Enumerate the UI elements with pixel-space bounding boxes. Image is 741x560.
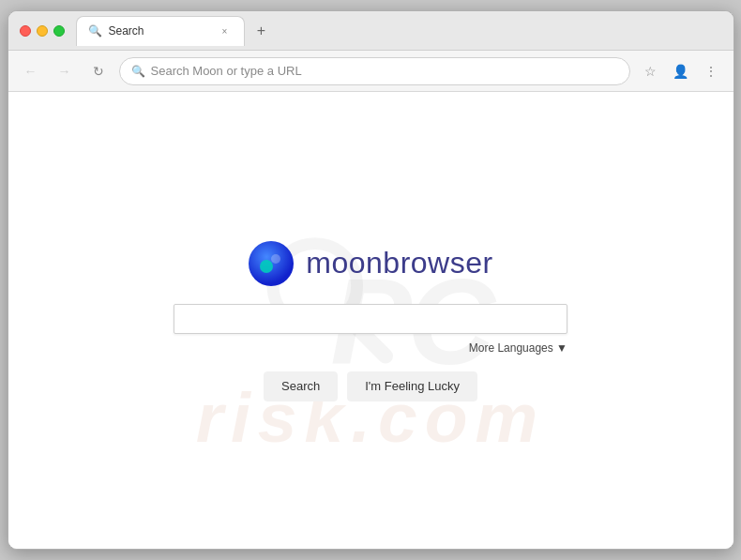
bookmark-button[interactable]: ☆ (638, 58, 664, 84)
logo-area: moonbrowser (248, 240, 492, 287)
close-traffic-light[interactable] (20, 25, 31, 37)
search-buttons: Search I'm Feeling Lucky (264, 371, 477, 401)
new-tab-button[interactable]: + (249, 18, 275, 44)
search-container: moonbrowser More Languages ▼ Search I'm … (174, 240, 567, 401)
menu-icon: ⋮ (704, 64, 718, 79)
profile-button[interactable]: 👤 (668, 58, 694, 84)
more-languages-link[interactable]: More Languages ▼ (469, 341, 567, 355)
address-bar[interactable]: 🔍 Search Moon or type a URL (119, 57, 630, 85)
svg-point-3 (260, 260, 273, 273)
menu-button[interactable]: ⋮ (698, 58, 724, 84)
profile-icon: 👤 (673, 64, 688, 79)
nav-bar: ← → ↻ 🔍 Search Moon or type a URL ☆ 👤 ⋮ (8, 51, 733, 92)
reload-button[interactable]: ↻ (85, 58, 112, 84)
address-input: Search Moon or type a URL (151, 64, 618, 78)
browser-window: 🔍 Search × + ← → ↻ 🔍 Search Moon or type… (8, 10, 734, 550)
forward-icon: → (58, 64, 71, 79)
minimize-traffic-light[interactable] (37, 25, 48, 37)
maximize-traffic-light[interactable] (53, 25, 65, 37)
svg-point-4 (271, 254, 280, 264)
nav-actions: ☆ 👤 ⋮ (638, 58, 724, 84)
search-input-wrapper (174, 304, 567, 334)
traffic-lights (20, 25, 65, 37)
tab-favicon-icon: 🔍 (88, 24, 101, 38)
back-button[interactable]: ← (18, 58, 44, 84)
reload-icon: ↻ (93, 64, 104, 79)
search-input[interactable] (174, 304, 567, 334)
address-search-icon: 🔍 (131, 65, 145, 78)
title-bar: 🔍 Search × + (8, 11, 733, 51)
feeling-lucky-button[interactable]: I'm Feeling Lucky (347, 371, 477, 401)
tab-title: Search (109, 24, 210, 38)
tab-bar: 🔍 Search × + (76, 16, 722, 46)
forward-button[interactable]: → (52, 58, 78, 84)
brand-name: moonbrowser (306, 246, 492, 280)
moon-logo (248, 240, 295, 287)
bookmark-icon: ☆ (644, 64, 657, 79)
active-tab[interactable]: 🔍 Search × (76, 16, 245, 46)
more-languages-area: More Languages ▼ (174, 341, 567, 355)
tab-close-button[interactable]: × (218, 23, 233, 38)
search-button[interactable]: Search (264, 371, 338, 401)
back-icon: ← (24, 64, 38, 79)
page-content: PC risk.com moonbrowser (8, 92, 733, 549)
